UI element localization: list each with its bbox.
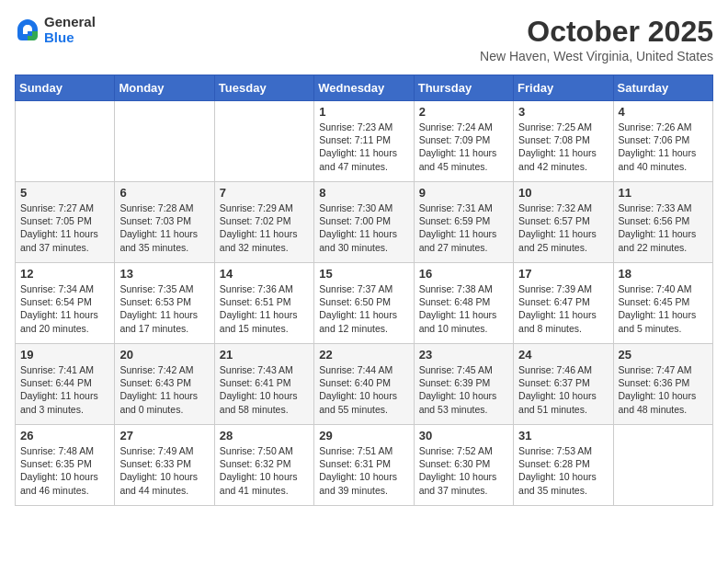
cell-sun-info: Sunrise: 7:52 AMSunset: 6:30 PMDaylight:…	[419, 444, 508, 497]
day-number: 14	[220, 267, 309, 281]
cell-sun-info: Sunrise: 7:39 AMSunset: 6:47 PMDaylight:…	[518, 282, 608, 335]
cell-sun-info: Sunrise: 7:44 AMSunset: 6:40 PMDaylight:…	[319, 363, 408, 416]
calendar-cell: 18Sunrise: 7:40 AMSunset: 6:45 PMDayligh…	[613, 263, 712, 344]
day-number: 17	[518, 267, 608, 281]
cell-sun-info: Sunrise: 7:32 AMSunset: 6:57 PMDaylight:…	[518, 201, 608, 254]
calendar-week-row: 5Sunrise: 7:27 AMSunset: 7:05 PMDaylight…	[16, 182, 713, 263]
day-number: 20	[119, 348, 209, 362]
cell-sun-info: Sunrise: 7:45 AMSunset: 6:39 PMDaylight:…	[419, 363, 508, 416]
calendar-cell: 27Sunrise: 7:49 AMSunset: 6:33 PMDayligh…	[115, 425, 214, 506]
day-number: 29	[319, 429, 408, 442]
day-number: 11	[619, 186, 708, 200]
day-number: 16	[419, 267, 508, 281]
calendar-cell: 10Sunrise: 7:32 AMSunset: 6:57 PMDayligh…	[514, 182, 613, 263]
calendar-cell: 7Sunrise: 7:29 AMSunset: 7:02 PMDaylight…	[214, 182, 313, 263]
cell-sun-info: Sunrise: 7:40 AMSunset: 6:45 PMDaylight:…	[619, 282, 708, 335]
day-number: 8	[319, 186, 408, 200]
calendar-cell: 13Sunrise: 7:35 AMSunset: 6:53 PMDayligh…	[115, 263, 214, 344]
calendar-cell: 5Sunrise: 7:27 AMSunset: 7:05 PMDaylight…	[16, 182, 115, 263]
calendar-cell: 16Sunrise: 7:38 AMSunset: 6:48 PMDayligh…	[414, 263, 513, 344]
calendar-cell: 19Sunrise: 7:41 AMSunset: 6:44 PMDayligh…	[16, 344, 115, 425]
cell-sun-info: Sunrise: 7:27 AMSunset: 7:05 PMDaylight:…	[20, 201, 109, 254]
calendar-week-row: 19Sunrise: 7:41 AMSunset: 6:44 PMDayligh…	[16, 344, 713, 425]
calendar-cell: 29Sunrise: 7:51 AMSunset: 6:31 PMDayligh…	[314, 425, 414, 506]
title-area: October 2025 New Haven, West Virginia, U…	[480, 15, 713, 63]
day-number: 12	[20, 267, 109, 281]
calendar-cell: 22Sunrise: 7:44 AMSunset: 6:40 PMDayligh…	[314, 344, 414, 425]
calendar-cell: 6Sunrise: 7:28 AMSunset: 7:03 PMDaylight…	[115, 182, 214, 263]
cell-sun-info: Sunrise: 7:37 AMSunset: 6:50 PMDaylight:…	[319, 282, 408, 335]
logo-icon	[15, 17, 40, 43]
calendar-week-row: 12Sunrise: 7:34 AMSunset: 6:54 PMDayligh…	[16, 263, 713, 344]
calendar-cell	[214, 101, 313, 182]
cell-sun-info: Sunrise: 7:24 AMSunset: 7:09 PMDaylight:…	[419, 121, 508, 173]
day-number: 13	[119, 267, 209, 281]
day-number: 2	[419, 105, 508, 119]
column-header-tuesday: Tuesday	[214, 75, 313, 101]
day-number: 27	[119, 429, 209, 442]
column-header-wednesday: Wednesday	[314, 75, 414, 101]
day-number: 5	[20, 186, 109, 200]
calendar-cell	[16, 101, 115, 182]
calendar-cell: 4Sunrise: 7:26 AMSunset: 7:06 PMDaylight…	[613, 101, 712, 182]
cell-sun-info: Sunrise: 7:31 AMSunset: 6:59 PMDaylight:…	[419, 201, 508, 254]
calendar-cell: 23Sunrise: 7:45 AMSunset: 6:39 PMDayligh…	[414, 344, 513, 425]
logo-blue-text: Blue	[44, 30, 96, 46]
column-header-thursday: Thursday	[414, 75, 513, 101]
calendar-cell: 2Sunrise: 7:24 AMSunset: 7:09 PMDaylight…	[414, 101, 513, 182]
cell-sun-info: Sunrise: 7:50 AMSunset: 6:32 PMDaylight:…	[220, 444, 309, 497]
calendar-week-row: 26Sunrise: 7:48 AMSunset: 6:35 PMDayligh…	[16, 425, 713, 506]
cell-sun-info: Sunrise: 7:26 AMSunset: 7:06 PMDaylight:…	[619, 121, 708, 173]
cell-sun-info: Sunrise: 7:28 AMSunset: 7:03 PMDaylight:…	[119, 201, 209, 254]
calendar-cell: 9Sunrise: 7:31 AMSunset: 6:59 PMDaylight…	[414, 182, 513, 263]
cell-sun-info: Sunrise: 7:43 AMSunset: 6:41 PMDaylight:…	[220, 363, 309, 416]
cell-sun-info: Sunrise: 7:33 AMSunset: 6:56 PMDaylight:…	[619, 201, 708, 254]
calendar-cell: 25Sunrise: 7:47 AMSunset: 6:36 PMDayligh…	[613, 344, 712, 425]
calendar-cell: 12Sunrise: 7:34 AMSunset: 6:54 PMDayligh…	[16, 263, 115, 344]
calendar-cell: 24Sunrise: 7:46 AMSunset: 6:37 PMDayligh…	[514, 344, 613, 425]
day-number: 9	[419, 186, 508, 200]
day-number: 25	[619, 348, 708, 362]
cell-sun-info: Sunrise: 7:29 AMSunset: 7:02 PMDaylight:…	[220, 201, 309, 254]
day-number: 18	[619, 267, 708, 281]
calendar-cell: 20Sunrise: 7:42 AMSunset: 6:43 PMDayligh…	[115, 344, 214, 425]
calendar-cell: 31Sunrise: 7:53 AMSunset: 6:28 PMDayligh…	[514, 425, 613, 506]
column-header-monday: Monday	[115, 75, 214, 101]
day-number: 4	[619, 105, 708, 119]
day-number: 6	[119, 186, 209, 200]
calendar-cell: 3Sunrise: 7:25 AMSunset: 7:08 PMDaylight…	[514, 101, 613, 182]
day-number: 23	[419, 348, 508, 362]
day-number: 15	[319, 267, 408, 281]
cell-sun-info: Sunrise: 7:51 AMSunset: 6:31 PMDaylight:…	[319, 444, 408, 497]
day-number: 24	[518, 348, 608, 362]
cell-sun-info: Sunrise: 7:30 AMSunset: 7:00 PMDaylight:…	[319, 201, 408, 254]
day-number: 10	[518, 186, 608, 200]
calendar-cell: 8Sunrise: 7:30 AMSunset: 7:00 PMDaylight…	[314, 182, 414, 263]
logo-general-text: General	[44, 15, 96, 30]
calendar-cell	[115, 101, 214, 182]
day-number: 26	[20, 429, 109, 442]
calendar-cell: 1Sunrise: 7:23 AMSunset: 7:11 PMDaylight…	[314, 101, 414, 182]
day-number: 3	[518, 105, 608, 119]
day-number: 30	[419, 429, 508, 442]
day-number: 28	[220, 429, 309, 442]
column-header-saturday: Saturday	[613, 75, 712, 101]
calendar-cell: 28Sunrise: 7:50 AMSunset: 6:32 PMDayligh…	[214, 425, 313, 506]
cell-sun-info: Sunrise: 7:46 AMSunset: 6:37 PMDaylight:…	[518, 363, 608, 416]
day-number: 7	[220, 186, 309, 200]
calendar-table: SundayMondayTuesdayWednesdayThursdayFrid…	[15, 75, 713, 506]
cell-sun-info: Sunrise: 7:48 AMSunset: 6:35 PMDaylight:…	[20, 444, 109, 497]
cell-sun-info: Sunrise: 7:53 AMSunset: 6:28 PMDaylight:…	[518, 444, 608, 497]
column-header-sunday: Sunday	[16, 75, 115, 101]
cell-sun-info: Sunrise: 7:41 AMSunset: 6:44 PMDaylight:…	[20, 363, 109, 416]
day-number: 22	[319, 348, 408, 362]
day-number: 1	[319, 105, 408, 119]
calendar-header-row: SundayMondayTuesdayWednesdayThursdayFrid…	[16, 75, 713, 101]
cell-sun-info: Sunrise: 7:42 AMSunset: 6:43 PMDaylight:…	[119, 363, 209, 416]
cell-sun-info: Sunrise: 7:23 AMSunset: 7:11 PMDaylight:…	[319, 121, 408, 173]
cell-sun-info: Sunrise: 7:34 AMSunset: 6:54 PMDaylight:…	[20, 282, 109, 335]
column-header-friday: Friday	[514, 75, 613, 101]
cell-sun-info: Sunrise: 7:47 AMSunset: 6:36 PMDaylight:…	[619, 363, 708, 416]
cell-sun-info: Sunrise: 7:25 AMSunset: 7:08 PMDaylight:…	[518, 121, 608, 173]
cell-sun-info: Sunrise: 7:35 AMSunset: 6:53 PMDaylight:…	[119, 282, 209, 335]
